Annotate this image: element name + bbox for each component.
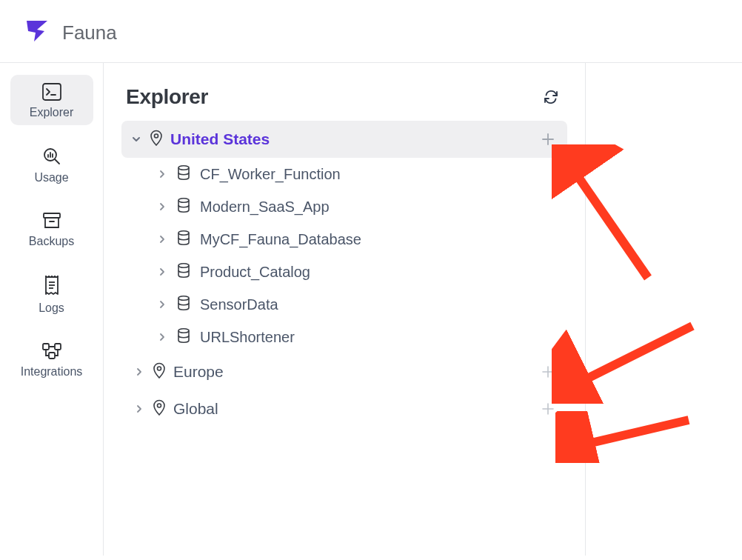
integrations-icon (41, 341, 63, 361)
region-label: United States (170, 130, 532, 148)
region-tree: United States CF_Worker_Function Modern_… (121, 121, 567, 427)
database-label: CF_Worker_Function (200, 166, 341, 183)
nav-label: Usage (34, 171, 68, 184)
location-icon (150, 130, 163, 149)
region-label: Global (173, 400, 532, 418)
database-label: Modern_SaaS_App (200, 199, 330, 216)
svg-rect-17 (43, 344, 49, 350)
svg-rect-0 (43, 84, 61, 100)
location-icon (153, 399, 166, 419)
terminal-icon (41, 82, 62, 101)
database-label: URLShortener (200, 329, 295, 346)
database-icon (176, 197, 191, 216)
fauna-logo-icon (22, 16, 52, 49)
database-row[interactable]: MyCF_Fauna_Database (121, 223, 567, 256)
svg-rect-7 (44, 213, 60, 218)
chevron-right-icon (157, 202, 167, 211)
explorer-panel: Explorer United States (104, 63, 586, 556)
add-database-button[interactable] (539, 363, 557, 381)
svg-rect-18 (55, 344, 61, 350)
database-row[interactable]: Product_Catalog (121, 256, 567, 288)
svg-point-28 (178, 329, 189, 333)
chevron-right-icon (133, 367, 145, 377)
chevron-down-icon (130, 134, 142, 144)
region-europe[interactable]: Europe (121, 353, 567, 390)
nav-label: Backups (29, 235, 74, 248)
refresh-button[interactable] (541, 87, 561, 107)
archive-icon (41, 211, 62, 230)
add-database-button[interactable] (539, 400, 557, 418)
database-label: Product_Catalog (200, 264, 310, 281)
svg-point-25 (178, 231, 189, 236)
nav-backups[interactable]: Backups (10, 204, 93, 254)
app-header: Fauna (0, 0, 742, 62)
svg-point-27 (178, 296, 189, 301)
database-row[interactable]: Modern_SaaS_App (121, 190, 567, 223)
svg-point-26 (178, 264, 189, 268)
svg-point-29 (158, 367, 161, 370)
database-row[interactable]: SensorData (121, 288, 567, 321)
brand-name: Fauna (62, 21, 117, 44)
analytics-icon (41, 146, 62, 167)
database-label: SensorData (200, 296, 278, 313)
database-icon (176, 164, 191, 184)
add-database-button[interactable] (539, 130, 557, 148)
database-icon (176, 295, 191, 314)
svg-point-20 (155, 134, 158, 138)
nav-integrations[interactable]: Integrations (10, 334, 93, 384)
receipt-icon (43, 275, 61, 297)
chevron-right-icon (157, 300, 167, 309)
nav-usage[interactable]: Usage (10, 139, 93, 190)
database-row[interactable]: CF_Worker_Function (121, 158, 567, 190)
main-area: Explorer United States (104, 63, 742, 556)
nav-label: Explorer (30, 106, 74, 119)
chevron-right-icon (157, 170, 167, 179)
svg-rect-19 (49, 353, 55, 359)
sidebar: Explorer Usage Backups Logs Integrations (0, 63, 104, 556)
region-global[interactable]: Global (121, 390, 567, 427)
svg-point-32 (158, 404, 161, 407)
svg-point-23 (178, 166, 189, 170)
region-us[interactable]: United States (121, 121, 567, 158)
chevron-right-icon (157, 267, 167, 276)
chevron-right-icon (157, 333, 167, 341)
svg-line-3 (55, 159, 59, 164)
chevron-right-icon (133, 404, 145, 414)
database-icon (176, 262, 191, 281)
svg-point-24 (178, 199, 189, 203)
nav-logs[interactable]: Logs (10, 267, 93, 321)
nav-label: Logs (39, 301, 64, 315)
database-icon (176, 230, 191, 249)
nav-explorer[interactable]: Explorer (10, 75, 93, 125)
nav-label: Integrations (21, 365, 83, 379)
database-icon (176, 327, 191, 347)
location-icon (153, 362, 166, 381)
region-label: Europe (173, 363, 532, 381)
page-title: Explorer (126, 85, 208, 109)
database-label: MyCF_Fauna_Database (200, 231, 361, 248)
chevron-right-icon (157, 235, 167, 244)
database-row[interactable]: URLShortener (121, 321, 567, 353)
